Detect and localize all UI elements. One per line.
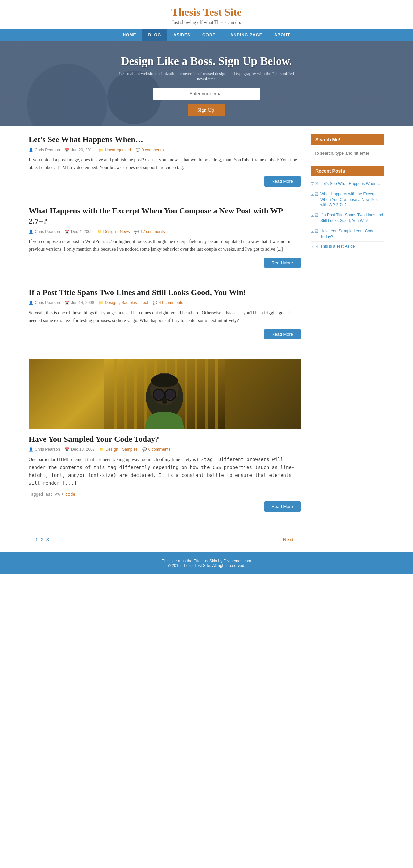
search-widget-title: Search Me! (311, 134, 384, 145)
nav-item-about[interactable]: ABOUT (268, 29, 297, 41)
post-author-4: Chris Pearson (29, 447, 60, 452)
svg-point-18 (154, 391, 163, 399)
category-link[interactable]: Samples (121, 301, 137, 305)
recent-post-link-0[interactable]: Let's See What Happens When… (320, 181, 380, 187)
post-title-3: If a Post Title Spans Two Lines and Stil… (29, 287, 301, 298)
page-3-link[interactable]: 3 (46, 537, 49, 542)
sidebar: Search Me! Recent Posts ☑Let's See What … (311, 134, 384, 553)
read-more-wrap-2: Read More (29, 258, 301, 268)
post-meta-1: Chris PearsonJun 20, 2011Uncategorized0 … (29, 148, 301, 152)
recent-post-link-2[interactable]: If a Post Title Spans Two Lines and Stil… (320, 212, 384, 224)
user-icon (29, 301, 33, 305)
recent-posts-title: Recent Posts (311, 166, 384, 177)
read-more-button-2[interactable]: Read More (264, 258, 301, 268)
post-category-2: Design, News (97, 229, 130, 234)
hero-title: Design Like a Boss. Sign Up Below. (121, 55, 292, 67)
post-category-4: Design, Samples (99, 447, 137, 452)
recent-post-item-3: ☑Have You Sampled Your Code Today? (311, 226, 384, 242)
post-comments-2: 17 comments (134, 229, 165, 234)
doc-icon: ☑ (311, 213, 318, 218)
user-icon (29, 447, 33, 452)
read-more-wrap-1: Read More (29, 176, 301, 186)
site-title: Thesis Test Site (0, 6, 413, 19)
post-meta-2: Chris PearsonDec 4, 2009Design, News17 c… (29, 229, 301, 234)
post-category-1: Uncategorized (99, 148, 131, 152)
nav-item-asides[interactable]: ASIDES (167, 29, 197, 41)
doc-icon: ☑ (311, 191, 318, 196)
hero-subtitle: Learn about website optimization, conver… (116, 71, 297, 82)
category-link[interactable]: Design (105, 447, 118, 452)
read-more-button-3[interactable]: Read More (264, 329, 301, 339)
svg-point-21 (151, 374, 178, 388)
doc-icon: ☑ (311, 228, 318, 234)
post-author-1: Chris Pearson (29, 148, 60, 152)
recent-posts-widget: Recent Posts ☑Let's See What Happens Whe… (311, 166, 384, 251)
svg-rect-11 (205, 359, 207, 429)
doc-icon: ☑ (311, 244, 318, 249)
svg-rect-12 (215, 359, 217, 429)
email-input[interactable] (153, 88, 260, 100)
site-header: Thesis Test Site Just showing off what T… (0, 0, 413, 29)
comments-link[interactable]: 41 comments (159, 301, 183, 305)
comments-link[interactable]: 17 comments (140, 229, 165, 234)
post-author-3: Chris Pearson (29, 301, 60, 305)
page-1-link[interactable]: 1 (35, 537, 38, 542)
svg-rect-10 (195, 359, 198, 429)
read-more-button-4[interactable]: Read More (264, 501, 301, 512)
category-link[interactable]: News (119, 229, 130, 234)
effectus-link[interactable]: Effectus Skin (194, 558, 217, 563)
search-input[interactable] (311, 148, 384, 158)
svg-rect-3 (124, 359, 127, 429)
post-date-4: Dec 18, 2007 (65, 447, 95, 452)
post-1: Let's See What Happens When…Chris Pearso… (29, 134, 301, 196)
svg-rect-4 (134, 359, 137, 429)
post-date-1: Jun 20, 2011 (65, 148, 94, 152)
recent-posts-list: ☑Let's See What Happens When…☑What Happe… (311, 179, 384, 251)
category-link[interactable]: Design (105, 301, 117, 305)
category-link[interactable]: Text (141, 301, 148, 305)
comments-link[interactable]: 0 comments (148, 447, 170, 452)
post-meta-4: Chris PearsonDec 18, 2007Design, Samples… (29, 447, 301, 452)
recent-post-item-4: ☑This is a Test Aside (311, 242, 384, 251)
content-area: Let's See What Happens When…Chris Pearso… (29, 134, 301, 553)
calendar-icon (65, 447, 69, 452)
post-author-2: Chris Pearson (29, 229, 60, 234)
next-page-link[interactable]: Next (283, 537, 294, 542)
category-link[interactable]: Samples (122, 447, 138, 452)
category-link[interactable]: Uncategorized (105, 148, 131, 152)
user-icon (29, 229, 33, 234)
read-more-button-1[interactable]: Read More (264, 176, 301, 186)
footer-line1: This site runs the Effectus Skin by Divt… (3, 558, 410, 563)
read-more-wrap-3: Read More (29, 329, 301, 339)
folder-icon (99, 301, 103, 305)
nav-item-blog[interactable]: BLOG (142, 29, 168, 41)
nav-item-landing-page[interactable]: LANDING PAGE (221, 29, 268, 41)
main-nav: HOMEBLOGASIDESCODELANDING PAGEABOUT (0, 29, 413, 41)
divthemes-link[interactable]: Divthemes.com (223, 558, 251, 563)
nav-item-home[interactable]: HOME (117, 29, 142, 41)
post-title-1: Let's See What Happens When… (29, 134, 301, 145)
signup-button[interactable]: Sign Up! (188, 104, 225, 116)
post-3: If a Post Title Spans Two Lines and Stil… (29, 287, 301, 349)
svg-point-20 (162, 397, 167, 404)
folder-icon (99, 148, 103, 152)
folder-icon (97, 229, 102, 234)
category-link[interactable]: Design (103, 229, 116, 234)
comments-link[interactable]: 0 comments (142, 148, 164, 152)
site-footer: This site runs the Effectus Skin by Divt… (0, 553, 413, 574)
comment-icon (136, 148, 140, 152)
post-comments-4: 0 comments (142, 447, 170, 452)
post-image-4 (29, 359, 301, 429)
post-date-2: Dec 4, 2009 (65, 229, 93, 234)
recent-post-link-4[interactable]: This is a Test Aside (320, 244, 355, 249)
page-2-link[interactable]: 2 (41, 537, 43, 542)
nav-item-code[interactable]: CODE (197, 29, 221, 41)
post-title-2: What Happens with the Excerpt When You C… (29, 206, 301, 226)
calendar-icon (65, 301, 69, 305)
tag-link[interactable]: code (66, 492, 75, 497)
post-2: What Happens with the Excerpt When You C… (29, 206, 301, 278)
post-category-3: Design, Samples, Text (99, 301, 148, 305)
recent-post-link-1[interactable]: What Happens with the Excerpt When You C… (320, 191, 384, 208)
post-excerpt-1: If you upload a post image, does it save… (29, 156, 301, 172)
recent-post-link-3[interactable]: Have You Sampled Your Code Today? (320, 228, 384, 240)
